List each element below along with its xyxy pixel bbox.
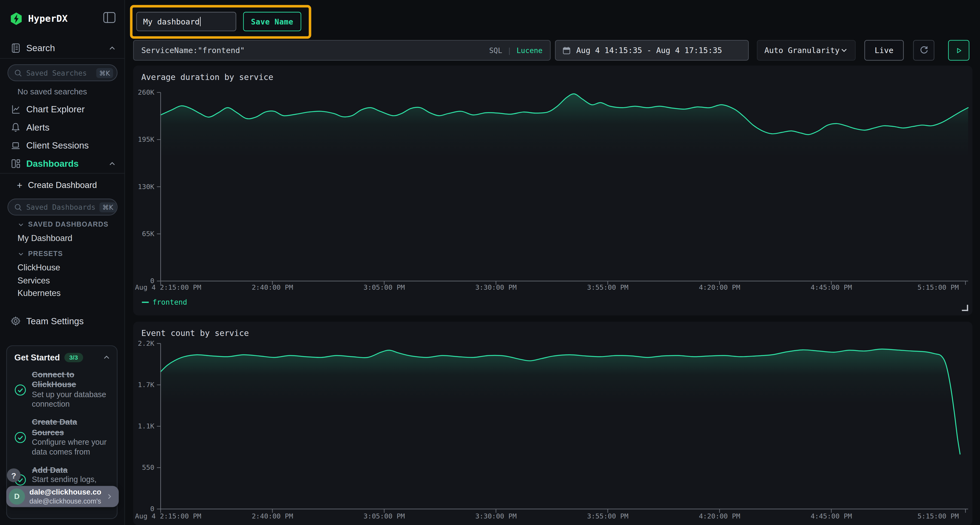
svg-text:3:55:00 PM: 3:55:00 PM [587, 512, 628, 520]
saved-searches-placeholder: Saved Searches [26, 68, 87, 77]
text-caret [200, 17, 200, 26]
svg-text:1.7K: 1.7K [138, 381, 154, 389]
svg-text:5:15:00 PM: 5:15:00 PM [917, 284, 959, 291]
sidebar-item-label: Dashboards [26, 159, 78, 169]
svg-text:3:05:00 PM: 3:05:00 PM [363, 284, 405, 291]
avg-duration-chart[interactable]: 065K130K195K260KAug 4 2:15:00 PM2:40:00 … [133, 65, 972, 315]
divider [0, 173, 125, 174]
chevron-down-icon [18, 221, 24, 228]
chevron-down-icon [840, 46, 848, 54]
sidebar-item-team-settings[interactable]: Team Settings [0, 314, 125, 328]
sidebar-item-label: Client Sessions [26, 141, 89, 151]
dashboard-name-input[interactable]: My dashboard [136, 12, 236, 31]
app-root: HyperDX Search Saved Searches ⌘K No save… [0, 0, 980, 525]
user-email: dale@clickhouse.com [29, 488, 101, 497]
svg-text:0: 0 [150, 505, 154, 513]
svg-text:3:05:00 PM: 3:05:00 PM [363, 512, 405, 520]
run-query-button[interactable] [948, 40, 969, 61]
no-saved-searches-text: No saved searches [18, 87, 87, 96]
divider [0, 58, 125, 59]
svg-text:Aug 4 2:15:00 PM: Aug 4 2:15:00 PM [135, 284, 201, 291]
svg-text:3:55:00 PM: 3:55:00 PM [587, 284, 628, 291]
sidebar-item-client-sessions[interactable]: Client Sessions [0, 138, 125, 153]
svg-text:4:20:00 PM: 4:20:00 PM [699, 512, 740, 520]
avatar: D [9, 488, 25, 504]
svg-text:2:40:00 PM: 2:40:00 PM [252, 284, 293, 291]
language-toggle-sql[interactable]: SQL [489, 46, 502, 55]
logo-row: HyperDX [0, 10, 125, 27]
chevron-up-icon[interactable] [103, 353, 111, 362]
user-menu[interactable]: D dale@clickhouse.com dale@clickhouse.co… [6, 486, 119, 507]
sidebar-item-label: Alerts [26, 122, 49, 132]
step-title: Connect to ClickHouse [32, 370, 111, 390]
dashboard-name-value: My dashboard [143, 17, 200, 26]
preset-link-services[interactable]: Services [18, 276, 50, 285]
svg-text:550: 550 [142, 463, 154, 471]
chart-explorer-icon [10, 103, 21, 116]
step-title: Create Data Sources [32, 417, 111, 438]
svg-text:4:45:00 PM: 4:45:00 PM [811, 512, 852, 520]
query-search-input[interactable]: ServiceName:"frontend" SQL | Lucene [133, 40, 551, 61]
dashboard-link-my-dashboard[interactable]: My Dashboard [18, 234, 72, 243]
help-button[interactable]: ? [7, 468, 21, 482]
group-presets[interactable]: PRESETS [18, 250, 63, 257]
sidebar-item-chart-explorer[interactable]: Chart Explorer [0, 102, 125, 117]
svg-text:2:40:00 PM: 2:40:00 PM [252, 512, 293, 520]
get-started-step[interactable]: Create Data Sources Configure where your… [14, 417, 111, 458]
svg-text:3:30:00 PM: 3:30:00 PM [475, 284, 517, 291]
save-name-button[interactable]: Save Name [243, 12, 301, 31]
svg-text:260K: 260K [138, 89, 154, 96]
chart-legend[interactable]: frontend [142, 298, 187, 306]
group-saved-dashboards[interactable]: SAVED DASHBOARDS [18, 220, 108, 228]
svg-text:3:30:00 PM: 3:30:00 PM [475, 512, 517, 520]
svg-text:1.1K: 1.1K [138, 422, 154, 430]
search-icon [14, 203, 22, 211]
check-circle-icon [14, 431, 26, 443]
panel-resize-handle[interactable] [962, 305, 968, 311]
laptop-icon [10, 139, 21, 152]
language-separator: | [507, 46, 512, 55]
saved-searches-input[interactable]: Saved Searches ⌘K [8, 64, 118, 81]
viewport: HyperDX Search Saved Searches ⌘K No save… [0, 0, 980, 525]
saved-dashboards-input[interactable]: Saved Dashboards ⌘K [8, 198, 118, 216]
play-icon [955, 46, 963, 55]
gear-icon [10, 315, 21, 327]
sidebar-item-alerts[interactable]: Alerts [0, 120, 125, 135]
query-value: ServiceName:"frontend" [141, 46, 484, 55]
get-started-step[interactable]: Connect to ClickHouse Set up your databa… [14, 370, 111, 410]
preset-link-kubernetes[interactable]: Kubernetes [18, 289, 61, 298]
create-dashboard-button[interactable]: + Create Dashboard [17, 181, 123, 190]
granularity-select[interactable]: Auto Granularity [757, 40, 856, 61]
sidebar-section-search[interactable]: Search [0, 41, 125, 56]
sidebar-item-dashboards[interactable]: Dashboards [0, 156, 125, 171]
saved-dashboards-placeholder: Saved Dashboards [26, 203, 95, 211]
sidebar: HyperDX Search Saved Searches ⌘K No save… [0, 0, 125, 525]
time-range-picker[interactable]: Aug 4 14:15:35 - Aug 4 17:15:35 [555, 40, 749, 61]
get-started-title: Get Started [14, 353, 60, 362]
refresh-button[interactable] [913, 40, 934, 61]
plus-icon: + [17, 181, 22, 190]
legend-series-label: frontend [153, 298, 187, 306]
app-title: HyperDX [28, 13, 67, 24]
group-label: SAVED DASHBOARDS [28, 220, 108, 228]
live-button[interactable]: Live [864, 40, 904, 61]
sidebar-item-label: Search [26, 43, 55, 53]
sidebar-collapse-icon[interactable] [103, 12, 116, 23]
sidebar-item-label: Team Settings [26, 316, 84, 326]
language-toggle-lucene[interactable]: Lucene [516, 46, 542, 55]
chevron-down-icon [18, 250, 24, 257]
step-desc: Set up your database connection [32, 390, 111, 410]
granularity-value: Auto Granularity [764, 46, 840, 55]
dashboards-icon [10, 157, 21, 170]
search-icon [14, 68, 22, 77]
legend-line-swatch [142, 302, 149, 303]
panel-average-duration: Average duration by service 065K130K195K… [133, 65, 972, 315]
event-count-chart[interactable]: 05501.1K1.7K2.2KAug 4 2:15:00 PM2:40:00 … [133, 322, 972, 525]
group-label: PRESETS [28, 250, 63, 257]
panel-event-count: Event count by service 05501.1K1.7K2.2KA… [133, 322, 972, 525]
journal-icon [10, 42, 21, 54]
sidebar-item-label: Chart Explorer [26, 104, 85, 114]
preset-link-clickhouse[interactable]: ClickHouse [18, 263, 60, 272]
bell-icon [10, 121, 21, 133]
step-title: Add Data [32, 465, 111, 475]
